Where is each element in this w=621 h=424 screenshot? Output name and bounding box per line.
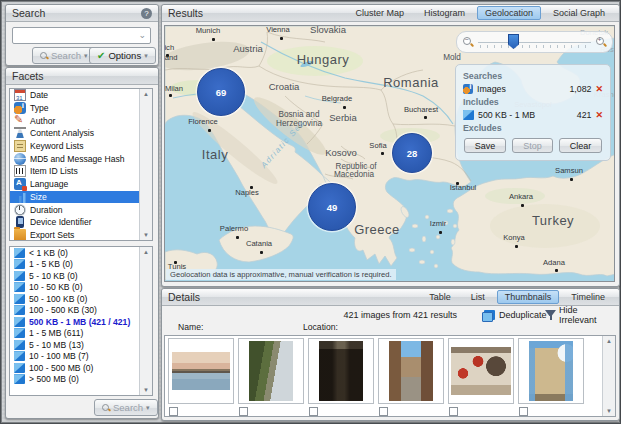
searches-rows: Images1,082✕ xyxy=(463,82,603,95)
chevron-down-icon[interactable]: ⌄ xyxy=(138,30,146,40)
help-icon[interactable]: ? xyxy=(141,8,152,19)
results-tabs: Cluster MapHistogramGeolocationSocial Gr… xyxy=(347,5,613,21)
size-bucket-icon xyxy=(14,248,25,258)
images-type-icon xyxy=(463,84,473,94)
results-panel-title: Results xyxy=(168,7,203,19)
author-icon xyxy=(14,115,26,127)
facet-item-language[interactable]: Language xyxy=(10,178,152,191)
facet-item-author[interactable]: Author xyxy=(10,114,152,127)
thumbnail-cobbled-alley-photo[interactable] xyxy=(378,338,444,404)
size-value-item[interactable]: 100 - 500 MB (0) xyxy=(10,362,152,374)
size-value-item[interactable]: 500 KB - 1 MB (421 / 421) xyxy=(10,316,152,328)
thumbnail-checkbox[interactable] xyxy=(519,407,528,416)
facet-item-keyword-lists[interactable]: Keyword Lists xyxy=(10,140,152,153)
scroll-down-icon[interactable]: ▼ xyxy=(143,230,149,240)
size-value-item[interactable]: < 1 KB (0) xyxy=(10,247,152,259)
map-city-dot xyxy=(208,129,211,132)
size-value-item[interactable]: 5 - 10 KB (0) xyxy=(10,270,152,282)
facet-item-export-sets[interactable]: Export Sets xyxy=(10,229,152,241)
size-value-item[interactable]: > 500 MB (0) xyxy=(10,374,152,386)
stop-button[interactable]: Stop xyxy=(512,138,553,153)
facets-search-button[interactable]: Search ▾ xyxy=(94,399,158,416)
facet-list: DateTypeAuthorContent AnalysisKeyword Li… xyxy=(9,88,153,241)
zoom-out-icon[interactable]: − xyxy=(463,37,473,47)
thumbnail-checkbox[interactable] xyxy=(379,407,388,416)
cluster-marker-49[interactable]: 49 xyxy=(308,183,356,231)
scroll-down-icon[interactable]: ▼ xyxy=(143,385,149,395)
thumbnail-old-town-street-photo[interactable] xyxy=(308,338,374,404)
size-value-item[interactable]: 10 - 50 KB (0) xyxy=(10,282,152,294)
facet-item-label: Device Identifier xyxy=(30,217,92,227)
old-town-street-photo xyxy=(319,341,363,401)
facet-item-device-identifier[interactable]: Device Identifier xyxy=(10,216,152,229)
remove-icon[interactable]: ✕ xyxy=(595,110,603,120)
search-input[interactable]: ⌄ xyxy=(12,27,151,44)
thumbnail-checkbox[interactable] xyxy=(309,407,318,416)
size-list-scrollbar[interactable]: ▲▼ xyxy=(139,247,152,395)
facet-item-md5-and-message-hash[interactable]: MD5 and Message Hash xyxy=(10,152,152,165)
facet-item-type[interactable]: Type xyxy=(10,102,152,115)
thumbnail-flower-street-photo[interactable] xyxy=(238,338,304,404)
deduplicate-button[interactable]: Deduplicate xyxy=(484,310,547,320)
clock-icon xyxy=(14,204,26,216)
magnifier-icon xyxy=(102,404,110,412)
thumbnail-checkbox[interactable] xyxy=(449,407,458,416)
size-value-item[interactable]: 100 - 500 KB (30) xyxy=(10,305,152,317)
facet-item-size[interactable]: Size xyxy=(10,191,152,204)
search-panel-title: Search xyxy=(12,7,45,19)
facet-list-scrollbar[interactable]: ▲▼ xyxy=(139,89,152,240)
remove-icon[interactable]: ✕ xyxy=(595,84,603,94)
facet-item-item-id-lists[interactable]: Item ID Lists xyxy=(10,165,152,178)
map-city-dot xyxy=(236,236,239,239)
details-panel: Details TableListThumbnailsTimeline 421 … xyxy=(161,288,620,421)
scroll-up-icon[interactable]: ▲ xyxy=(606,336,612,346)
facet-item-duration[interactable]: Duration xyxy=(10,203,152,216)
scroll-up-icon[interactable]: ▲ xyxy=(143,247,149,257)
scroll-down-icon[interactable]: ▼ xyxy=(606,406,612,416)
save-button[interactable]: Save xyxy=(464,138,507,153)
zoom-slider[interactable] xyxy=(478,32,591,52)
tab-timeline[interactable]: Timeline xyxy=(563,290,613,304)
searches-header: Searches xyxy=(463,71,603,81)
map-city-dot xyxy=(439,231,442,234)
search-button[interactable]: Search ▾ xyxy=(32,47,96,64)
cluster-marker-28[interactable]: 28 xyxy=(392,133,432,173)
geolocation-map[interactable]: HungaryRomaniaItalyGreeceTurkeyAustriaSl… xyxy=(164,25,615,282)
thumbnail-checkbox[interactable] xyxy=(239,407,248,416)
facet-item-content-analysis[interactable]: Content Analysis xyxy=(10,127,152,140)
cluster-marker-69[interactable]: 69 xyxy=(197,68,245,116)
size-value-item[interactable]: 1 - 5 MB (611) xyxy=(10,328,152,340)
thumbnail-flower-house-photo[interactable] xyxy=(448,338,514,404)
options-button[interactable]: ✔ Options ▾ xyxy=(89,47,156,64)
size-value-label: 5 - 10 MB (13) xyxy=(29,340,84,350)
facet-item-label: Duration xyxy=(30,205,62,215)
search-panel-header: Search ? xyxy=(6,5,158,22)
tab-list[interactable]: List xyxy=(463,290,493,304)
facet-item-label: MD5 and Message Hash xyxy=(30,154,125,164)
size-value-item[interactable]: 10 - 100 MB (7) xyxy=(10,351,152,363)
tab-table[interactable]: Table xyxy=(421,290,459,304)
facets-panel-header: Facets xyxy=(6,68,158,85)
thumbnail-cathedral-photo[interactable] xyxy=(518,338,584,404)
tab-thumbnails[interactable]: Thumbnails xyxy=(497,290,560,304)
thumbnail-checkbox[interactable] xyxy=(169,407,178,416)
size-bucket-icon xyxy=(14,259,25,269)
size-value-item[interactable]: 5 - 10 MB (13) xyxy=(10,339,152,351)
tab-cluster-map[interactable]: Cluster Map xyxy=(347,6,412,20)
size-value-item[interactable]: 1 - 5 KB (0) xyxy=(10,259,152,271)
tab-social-graph[interactable]: Social Graph xyxy=(545,6,613,20)
tab-geolocation[interactable]: Geolocation xyxy=(477,6,541,20)
size-bucket-icon xyxy=(14,271,25,281)
zoom-in-icon[interactable]: + xyxy=(596,37,606,47)
scroll-up-icon[interactable]: ▲ xyxy=(143,89,149,99)
details-panel-title: Details xyxy=(168,291,200,303)
thumbnail-coastal-sunset-photo[interactable] xyxy=(168,338,234,404)
size-value-item[interactable]: 50 - 100 KB (0) xyxy=(10,293,152,305)
facet-item-date[interactable]: Date xyxy=(10,89,152,102)
thumbnail-scrollbar[interactable]: ▲▼ xyxy=(602,336,615,416)
size-bucket-icon xyxy=(14,317,25,327)
dropdown-caret-icon: ▾ xyxy=(146,404,150,411)
tab-histogram[interactable]: Histogram xyxy=(416,6,473,20)
clear-button[interactable]: Clear xyxy=(559,138,603,153)
name-label: Name: xyxy=(178,322,203,332)
